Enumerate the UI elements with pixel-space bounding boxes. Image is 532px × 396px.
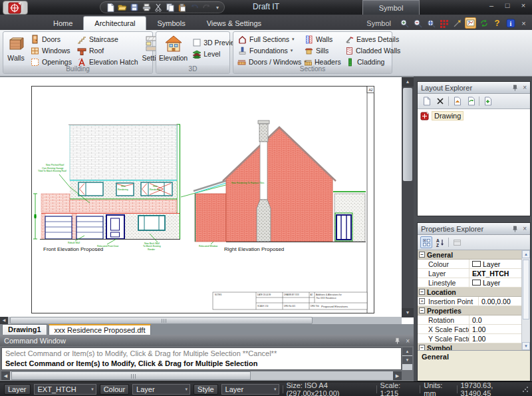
open-icon[interactable] <box>118 3 127 12</box>
zoom-out-icon[interactable] <box>412 17 423 29</box>
sort-alphabetical-icon[interactable]: AZ <box>434 236 446 248</box>
style-combo[interactable]: Layer▾ <box>221 384 279 395</box>
undo-icon[interactable] <box>190 3 199 12</box>
scroll-right-icon[interactable]: ▶ <box>393 371 402 380</box>
category-location[interactable]: −Location <box>418 288 530 297</box>
tab-home[interactable]: Home <box>43 17 83 30</box>
scroll-down-icon[interactable]: ▼ <box>402 356 412 364</box>
clone-layout-icon[interactable] <box>481 95 493 107</box>
zoom-in-icon[interactable] <box>398 17 410 29</box>
staircase-button[interactable]: Staircase <box>76 34 140 45</box>
info-icon[interactable]: i <box>505 17 516 29</box>
canvas-vertical-scrollbar[interactable]: ▲ ▼ <box>402 77 414 317</box>
command-history[interactable]: Select Command or Item(s) to Modify, Cli… <box>1 347 402 370</box>
close-command-window-icon[interactable]: × <box>406 337 410 345</box>
scroll-down-icon[interactable]: ▼ <box>402 308 414 317</box>
close-button[interactable]: × <box>519 1 528 9</box>
import-layout-icon[interactable] <box>451 95 463 107</box>
doors-button[interactable]: Doors <box>29 34 73 45</box>
redo-icon[interactable] <box>201 3 211 12</box>
scroll-up-icon[interactable]: ▲ <box>522 250 530 258</box>
property-insertion-point[interactable]: +Insertion Point0.00,0.00 <box>418 297 530 306</box>
colour-combo[interactable]: Layer▾ <box>132 384 190 395</box>
eaves-details-button[interactable]: Eaves Details <box>344 34 397 45</box>
grid-icon[interactable] <box>438 17 450 29</box>
scroll-down-icon[interactable]: ▼ <box>522 342 530 350</box>
cladded-walls-button[interactable]: Cladded Walls <box>344 45 397 56</box>
propgrid-scrollbar[interactable]: ▲ ▼ <box>521 250 530 350</box>
pin-icon[interactable] <box>512 226 518 232</box>
vscroll-thumb[interactable] <box>403 88 412 181</box>
tab-symbols[interactable]: Symbols <box>146 17 196 30</box>
save-icon[interactable] <box>130 3 139 12</box>
pin-icon[interactable] <box>394 337 400 344</box>
layout-explorer-titlebar: Layout Explorer × <box>418 82 530 94</box>
resize-grip[interactable] <box>522 386 528 393</box>
hscroll-thumb[interactable] <box>11 371 251 380</box>
minimize-button[interactable]: – <box>487 1 496 9</box>
category-properties[interactable]: −Properties <box>418 306 530 315</box>
pin-icon[interactable] <box>512 85 518 91</box>
eaves-details-icon <box>345 35 354 44</box>
roof-button[interactable]: Roof <box>76 45 140 56</box>
maximize-button[interactable]: □ <box>503 1 512 9</box>
new-icon[interactable] <box>106 3 115 12</box>
categorized-view-icon[interactable] <box>420 236 432 248</box>
scroll-left-icon[interactable]: ◀ <box>1 371 10 380</box>
scroll-left-icon[interactable]: ◀ <box>0 317 8 324</box>
snap-icon[interactable] <box>452 17 463 29</box>
command-vertical-scrollbar[interactable]: ▲ ▼ <box>402 347 412 370</box>
scroll-up-icon[interactable]: ▲ <box>402 77 414 87</box>
drawing-canvas[interactable]: A2 <box>0 77 414 324</box>
drawing-sheet[interactable]: A2 <box>31 86 374 313</box>
refresh-icon[interactable] <box>478 17 489 29</box>
tab-architectural[interactable]: Architectural <box>83 16 146 30</box>
zoom-extents-icon[interactable] <box>425 17 436 29</box>
close-panel-icon[interactable]: × <box>523 84 527 91</box>
category-symbol[interactable]: −Symbol <box>418 343 530 350</box>
canvas-horizontal-scrollbar[interactable]: ◀ <box>0 317 402 324</box>
tab-views-settings[interactable]: Views & Settings <box>196 17 272 30</box>
titleblock-drawn: DRAWN BY XXX <box>284 294 299 296</box>
layout-item-drawing[interactable]: Drawing <box>420 111 527 120</box>
layer-combo[interactable]: EXT_HTCH▾ <box>34 384 96 395</box>
section-walls-button[interactable]: Walls <box>303 34 341 45</box>
property-colour[interactable]: ColourLayer <box>418 260 530 269</box>
tab-drawing1[interactable]: Drawing1 <box>2 324 47 335</box>
property-rotation[interactable]: Rotation0.0 <box>418 315 530 325</box>
refresh-layout-icon[interactable] <box>465 95 477 107</box>
foundations-button[interactable]: Foundations▾ <box>236 45 300 56</box>
property-x-scale[interactable]: X Scale Factor1.00 <box>418 325 530 334</box>
qat-customize-dropdown[interactable]: ▾ <box>216 5 219 11</box>
scroll-up-icon[interactable]: ▲ <box>402 347 412 355</box>
cut-icon[interactable] <box>154 3 163 12</box>
full-sections-icon <box>237 35 247 44</box>
sills-button[interactable]: Sills <box>303 45 341 56</box>
scale-status: Scale: 1:215 <box>380 381 417 396</box>
close-panel-icon[interactable]: × <box>523 225 527 232</box>
help-icon[interactable]: ? <box>491 17 503 29</box>
property-linestyle[interactable]: LinestyleLayer <box>418 278 530 288</box>
application-menu-button[interactable] <box>3 1 28 15</box>
tab-residence-proposed[interactable]: xxx Residence Proposed.dft <box>49 324 152 335</box>
new-layout-icon[interactable] <box>420 95 432 107</box>
print-icon[interactable] <box>142 3 151 12</box>
delete-layout-icon[interactable] <box>434 95 446 107</box>
walls-button[interactable]: Walls <box>6 33 26 62</box>
elevation-button[interactable]: Elevation <box>159 33 188 62</box>
full-sections-button[interactable]: Full Sections▾ <box>236 34 300 45</box>
copy-icon[interactable] <box>166 3 175 12</box>
symbol-tool-icon[interactable] <box>465 17 476 29</box>
linestyle-swatch <box>472 280 481 286</box>
symbol-document-button[interactable]: Symbol <box>362 0 420 15</box>
hscroll-thumb[interactable] <box>10 317 313 324</box>
minimize-ribbon-icon[interactable]: × <box>518 17 529 29</box>
command-horizontal-scrollbar[interactable]: ◀ ▶ <box>1 371 402 380</box>
category-general[interactable]: −General <box>418 250 530 260</box>
property-y-scale[interactable]: Y Scale Factor1.00 <box>418 334 530 343</box>
property-layer[interactable]: LayerEXT_HTCH <box>418 269 530 278</box>
scroll-thumb[interactable] <box>523 260 529 319</box>
titleblock-notes: NOTES <box>215 294 221 296</box>
windows-button[interactable]: Windows <box>29 45 73 56</box>
paste-icon[interactable] <box>178 3 187 12</box>
